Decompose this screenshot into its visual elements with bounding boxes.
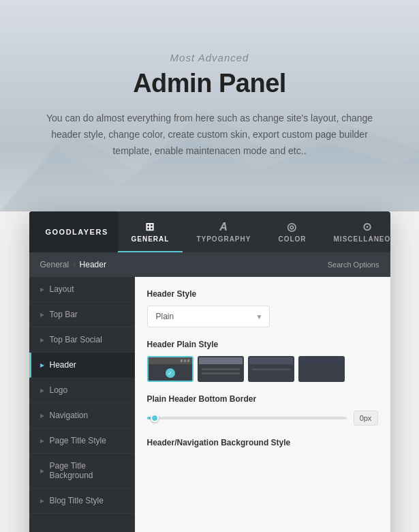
sidebar-item-layout-label: Layout xyxy=(50,284,74,294)
main-content: ▶ Layout ▶ Top Bar ▶ Top Bar Social ▶ He… xyxy=(29,277,390,532)
sidebar-item-blog-title-style-label: Blog Title Style xyxy=(50,496,104,505)
style-preview-row: ✓ xyxy=(147,356,378,382)
tab-typography[interactable]: A TYPOGRAPHY xyxy=(183,211,264,252)
header-style-select[interactable]: Plain Sticky Fixed xyxy=(147,306,270,327)
slider-section: Plain Header Bottom Border 0px xyxy=(147,394,378,426)
sidebar-item-topbar-social-label: Top Bar Social xyxy=(50,335,102,344)
bg-style-label: Header/Navigation Background Style xyxy=(147,438,378,447)
tab-miscellaneous[interactable]: ⊙ MISCELLANEOUS xyxy=(320,211,390,252)
tab-general-label: GENERAL xyxy=(131,235,170,243)
selected-check-icon: ✓ xyxy=(166,368,175,378)
arrow-icon: ▶ xyxy=(40,438,44,444)
tab-color-label: COLOR xyxy=(278,235,306,243)
arrow-icon-active: ▶ xyxy=(40,362,44,368)
header-style-label: Header Style xyxy=(147,289,378,299)
header-plain-style-label: Header Plain Style xyxy=(147,340,378,349)
typography-icon: A xyxy=(219,222,228,233)
color-icon: ◎ xyxy=(287,222,297,233)
arrow-icon: ▶ xyxy=(40,286,44,293)
logo-area: GOODLAYERS xyxy=(29,211,118,252)
hero-description: You can do almost everything from here s… xyxy=(43,110,377,159)
header-style-select-wrapper: Plain Sticky Fixed ▼ xyxy=(147,306,270,327)
hero-section: Most Advanced Admin Panel You can do alm… xyxy=(0,0,419,211)
sidebar-item-topbar[interactable]: ▶ Top Bar xyxy=(29,302,135,327)
tab-general[interactable]: ⊞ GENERAL xyxy=(118,211,183,252)
misc-icon: ⊙ xyxy=(362,222,372,233)
arrow-icon: ▶ xyxy=(40,498,44,504)
arrow-icon: ▶ xyxy=(40,337,44,343)
search-options-button[interactable]: Search Options xyxy=(328,261,379,269)
arrow-icon: ▶ xyxy=(40,413,44,419)
breadcrumb-separator: › xyxy=(73,261,75,269)
arrow-icon: ▶ xyxy=(40,468,44,474)
hero-subtitle: Most Advanced xyxy=(43,52,377,63)
breadcrumb-general[interactable]: General xyxy=(40,260,69,269)
sidebar: ▶ Layout ▶ Top Bar ▶ Top Bar Social ▶ He… xyxy=(29,277,135,532)
sidebar-item-navigation[interactable]: ▶ Navigation xyxy=(29,403,135,428)
general-icon: ⊞ xyxy=(145,222,155,233)
tab-misc-label: MISCELLANEOUS xyxy=(334,235,390,243)
style-preview-1[interactable]: ✓ xyxy=(147,356,193,382)
sidebar-item-logo[interactable]: ▶ Logo xyxy=(29,378,135,403)
slider-track xyxy=(147,417,347,419)
slider-thumb[interactable] xyxy=(151,414,159,422)
sidebar-item-page-title-style-label: Page Title Style xyxy=(50,436,106,445)
sidebar-item-header[interactable]: ▶ Header xyxy=(29,353,135,378)
sidebar-item-blog-title-style[interactable]: ▶ Blog Title Style xyxy=(29,488,135,514)
style-preview-4[interactable] xyxy=(298,356,345,382)
arrow-icon: ▶ xyxy=(40,312,44,318)
sidebar-item-header-label: Header xyxy=(50,360,76,370)
plain-border-label: Plain Header Bottom Border xyxy=(147,394,378,404)
hero-content: Most Advanced Admin Panel You can do alm… xyxy=(9,52,411,159)
top-nav: GOODLAYERS ⊞ GENERAL A TYPOGRAPHY ◎ COLO… xyxy=(29,211,390,252)
slider-value: 0px xyxy=(354,411,378,426)
sidebar-item-logo-label: Logo xyxy=(50,385,68,395)
breadcrumb-bar: General › Header Search Options xyxy=(29,252,390,277)
admin-panel: GOODLAYERS ⊞ GENERAL A TYPOGRAPHY ◎ COLO… xyxy=(29,211,390,532)
sidebar-item-layout[interactable]: ▶ Layout xyxy=(29,277,135,302)
breadcrumb-header[interactable]: Header xyxy=(80,260,106,269)
content-panel: Header Style Plain Sticky Fixed ▼ Header… xyxy=(135,277,390,532)
logo-text: GOODLAYERS xyxy=(46,228,108,236)
style-preview-3[interactable] xyxy=(248,356,294,382)
slider-row: 0px xyxy=(147,411,378,426)
breadcrumb: General › Header xyxy=(40,260,106,269)
tab-color[interactable]: ◎ COLOR xyxy=(264,211,320,252)
hero-title: Admin Panel xyxy=(43,69,377,98)
tab-typography-label: TYPOGRAPHY xyxy=(196,235,251,243)
sidebar-item-page-title-style[interactable]: ▶ Page Title Style xyxy=(29,428,135,454)
arrow-icon: ▶ xyxy=(40,387,44,394)
style-preview-2[interactable] xyxy=(198,356,244,382)
sidebar-item-page-title-bg[interactable]: ▶ Page Title Background xyxy=(29,454,135,488)
sidebar-item-topbar-social[interactable]: ▶ Top Bar Social xyxy=(29,327,135,353)
nav-tabs: ⊞ GENERAL A TYPOGRAPHY ◎ COLOR ⊙ MISCELL… xyxy=(118,211,390,252)
sidebar-item-navigation-label: Navigation xyxy=(50,411,89,420)
sidebar-item-page-title-bg-label: Page Title Background xyxy=(50,461,124,480)
sidebar-item-topbar-label: Top Bar xyxy=(50,310,78,319)
